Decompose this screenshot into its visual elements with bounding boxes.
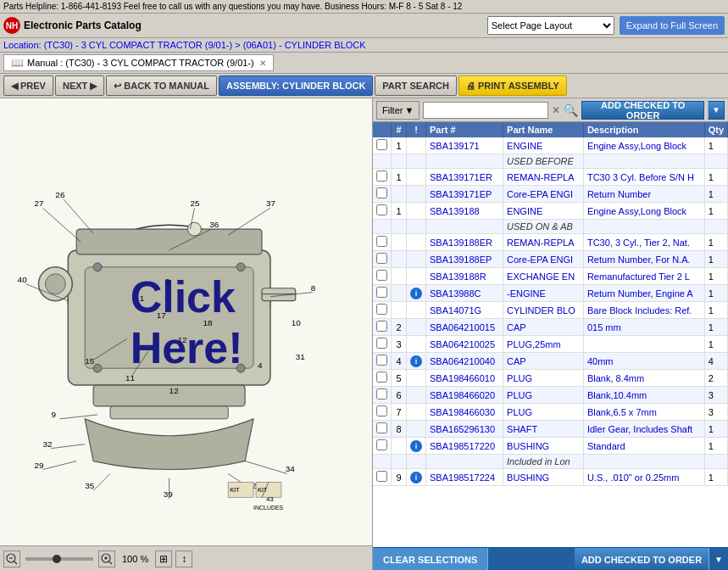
part-desc-link[interactable]: Bare Block Includes: Ref. (587, 305, 692, 316)
part-name-link[interactable]: ENGINE (507, 141, 542, 151)
part-desc-link[interactable]: TC30 3 Cyl. Before S/N H (587, 172, 694, 182)
info-dot-icon[interactable]: i (410, 440, 422, 452)
part-checkbox[interactable] (376, 422, 387, 433)
part-checkbox[interactable] (376, 204, 387, 215)
part-search-button[interactable]: PART SEARCH (375, 75, 457, 96)
info-icon-col[interactable]: i (407, 353, 426, 370)
zoom-slider-thumb[interactable] (53, 555, 61, 563)
filter-clear-icon[interactable]: ✕ (552, 104, 560, 116)
part-desc-link[interactable]: Blank,6.5 x 7mm (587, 407, 657, 417)
info-icon-col[interactable]: i (407, 285, 426, 302)
part-number-link[interactable]: SBA064210025 (430, 339, 495, 349)
part-desc-link[interactable]: Remanufactured Tier 2 L (587, 271, 690, 282)
next-button[interactable]: NEXT ▶ (55, 75, 104, 96)
part-checkbox[interactable] (376, 270, 387, 281)
print-assembly-button[interactable]: 🖨 PRINT ASSEMBLY (458, 75, 567, 96)
part-number-link[interactable]: SBA139171 (430, 141, 480, 151)
part-checkbox[interactable] (376, 253, 387, 264)
part-desc-link[interactable]: Engine Assy,Long Block (587, 206, 686, 216)
part-checkbox[interactable] (376, 304, 387, 315)
part-number-link[interactable]: SBA198466030 (430, 407, 495, 417)
part-number-link[interactable]: SBA139171EP (430, 189, 492, 199)
part-desc-link[interactable]: Idler Gear, Includes Shaft (587, 424, 692, 434)
part-number-link[interactable]: SBA064210015 (430, 322, 495, 332)
part-name-link[interactable]: BUSHING (507, 441, 549, 451)
back-to-manual-button[interactable]: ↩ BACK TO MANUAL (106, 75, 217, 96)
manual-tab[interactable]: 📖 Manual : (TC30) - 3 CYL COMPACT TRACTO… (3, 54, 274, 71)
part-number-link[interactable]: SBA139188EP (430, 254, 492, 265)
zoom-out-icon-button[interactable] (3, 550, 20, 567)
info-dot-icon[interactable]: i (410, 472, 422, 483)
add-checked-to-order-button[interactable]: ADD CHECKED TO ORDER (581, 101, 704, 120)
part-desc-link[interactable]: Return Number, For N.A. (587, 254, 691, 265)
part-checkbox[interactable] (376, 338, 387, 349)
part-number-link[interactable]: SBA139188R (430, 271, 486, 282)
part-name-link[interactable]: CYLINDER BLO (507, 305, 575, 316)
part-desc-link[interactable]: Standard (587, 441, 625, 451)
part-number-link[interactable]: SBA198517224 (430, 472, 495, 483)
part-checkbox[interactable] (376, 388, 387, 400)
fit-height-button[interactable]: ↕ (175, 550, 192, 567)
filter-button[interactable]: Filter ▼ (376, 101, 420, 120)
part-number-link[interactable]: SBA198466010 (430, 373, 495, 383)
part-checkbox[interactable] (376, 187, 387, 198)
part-number-link[interactable]: SBA139171ER (430, 172, 492, 182)
part-desc-link[interactable]: Blank, 8.4mm (587, 373, 644, 383)
fit-width-button[interactable]: ⊞ (155, 550, 172, 567)
part-name-link[interactable]: REMAN-REPLA (507, 238, 574, 248)
part-name-link[interactable]: BUSHING (507, 472, 549, 483)
part-checkbox[interactable] (376, 236, 387, 247)
add-checked-dropdown-button[interactable]: ▼ (708, 101, 725, 120)
filter-search-icon[interactable]: 🔍 (564, 103, 578, 117)
part-number-link[interactable]: SBA14071G (430, 305, 481, 316)
assembly-diagram[interactable]: 27 26 37 40 36 15 11 (0, 98, 372, 545)
part-desc-link[interactable]: Blank,10.4mm (587, 390, 647, 400)
part-number-link[interactable]: SBA064210040 (430, 356, 495, 366)
part-name-link[interactable]: REMAN-REPLA (507, 172, 574, 182)
part-checkbox[interactable] (376, 287, 387, 298)
clear-selections-button[interactable]: CLEAR SELECTIONS (373, 548, 488, 571)
part-checkbox[interactable] (376, 355, 387, 366)
prev-button[interactable]: ◀ PREV (3, 75, 53, 96)
part-number-link[interactable]: SBA198466020 (430, 390, 495, 400)
part-name-link[interactable]: CAP (507, 322, 526, 332)
info-dot-icon[interactable]: i (410, 288, 422, 299)
part-desc-link[interactable]: TC30, 3 Cyl., Tier 2, Nat. (587, 238, 690, 248)
zoom-slider[interactable] (25, 557, 93, 561)
part-checkbox[interactable] (376, 321, 387, 332)
expand-button[interactable]: Expand to Full Screen (620, 16, 725, 35)
assembly-button[interactable]: ASSEMBLY: CYLINDER BLOCK (219, 75, 373, 96)
part-name-link[interactable]: PLUG (507, 373, 532, 383)
part-desc-link[interactable]: 40mm (587, 356, 614, 366)
info-icon-col[interactable]: i (407, 469, 426, 486)
part-desc-link[interactable]: Engine Assy,Long Block (587, 141, 686, 151)
part-name-link[interactable]: CAP (507, 356, 526, 366)
part-name-link[interactable]: -ENGINE (507, 288, 546, 299)
tab-close-icon[interactable]: ✕ (259, 59, 266, 68)
info-dot-icon[interactable]: i (410, 355, 422, 367)
part-number-link[interactable]: SBA165296130 (430, 424, 495, 434)
part-number-link[interactable]: SBA139188ER (430, 238, 492, 248)
part-name-link[interactable]: EXCHANGE EN (507, 271, 575, 282)
part-name-link[interactable]: PLUG (507, 390, 532, 400)
part-name-link[interactable]: PLUG (507, 407, 532, 417)
part-number-link[interactable]: SBA139188 (430, 206, 480, 216)
add-checked-dropdown-bottom-button[interactable]: ▼ (709, 548, 728, 571)
part-number-link[interactable]: SBA198517220 (430, 441, 495, 451)
part-desc-link[interactable]: Return Number (587, 189, 651, 199)
part-checkbox[interactable] (376, 405, 387, 416)
part-desc-link[interactable]: 015 mm (587, 322, 621, 332)
part-checkbox[interactable] (376, 439, 387, 450)
page-layout-select[interactable]: Select Page Layout (487, 16, 614, 35)
part-name-link[interactable]: SHAFT (507, 424, 537, 434)
part-number-link[interactable]: SBA13988C (430, 288, 481, 299)
add-checked-to-order-button-bottom[interactable]: ADD CHECKED TO ORDER (575, 548, 709, 571)
info-icon-col[interactable]: i (407, 438, 426, 455)
zoom-in-icon-button[interactable] (98, 550, 115, 567)
parts-table-container[interactable]: # ! Part # Part Name Description Qty 1SB… (373, 122, 728, 547)
part-checkbox[interactable] (376, 139, 387, 150)
part-desc-link[interactable]: Return Number, Engine A (587, 288, 693, 299)
part-name-link[interactable]: PLUG,25mm (507, 339, 561, 349)
part-name-link[interactable]: Core-EPA ENGI (507, 254, 573, 265)
part-checkbox[interactable] (376, 471, 387, 482)
